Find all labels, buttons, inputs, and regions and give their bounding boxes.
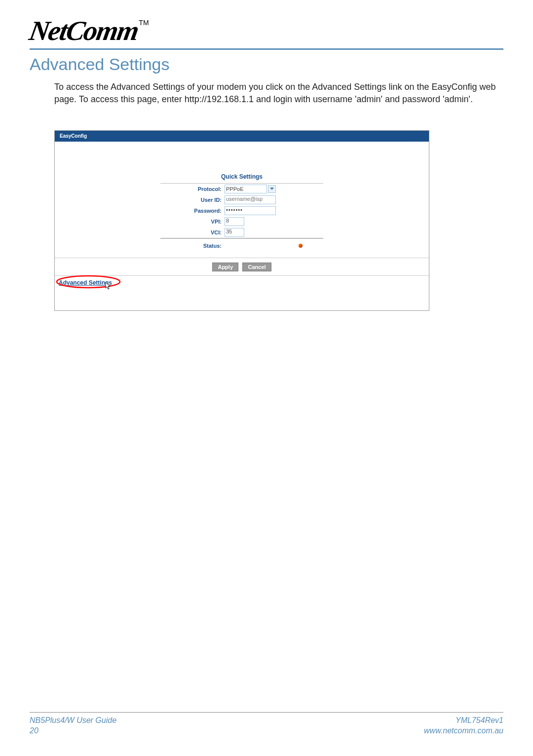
brand-logo: NetCommTM [30, 15, 503, 46]
status-row: Status: [160, 238, 323, 258]
logo-text: NetComm [27, 15, 141, 46]
page-title: Advanced Settings [30, 55, 503, 74]
footer-url: www.netcomm.com.au [424, 726, 503, 736]
password-label: Password: [160, 208, 225, 214]
easyconfig-screenshot: EasyConfig Quick Settings Protocol: PPPo… [54, 130, 429, 311]
form-actions: Apply Cancel [55, 258, 429, 275]
page-footer: NB5Plus4/W User Guide 20 YML754Rev1 www.… [30, 712, 503, 736]
protocol-label: Protocol: [160, 186, 225, 192]
vpi-label: VPI: [160, 219, 225, 225]
password-input[interactable]: ••••••• [225, 206, 276, 215]
userid-label: User ID: [160, 197, 225, 203]
protocol-select[interactable]: PPPoE [225, 185, 267, 193]
advanced-link-row: Advanced Settings [55, 275, 429, 290]
trademark-symbol: TM [139, 19, 149, 27]
userid-input[interactable]: username@isp [225, 195, 276, 204]
vpi-input[interactable]: 8 [225, 217, 244, 226]
chevron-down-icon[interactable] [268, 185, 276, 193]
intro-paragraph: To access the Advanced Settings of your … [54, 81, 503, 106]
panel-title: Quick Settings [55, 142, 429, 183]
header-divider [30, 48, 503, 50]
status-label: Status: [160, 243, 225, 249]
cancel-button[interactable]: Cancel [242, 263, 271, 271]
advanced-settings-link[interactable]: Advanced Settings [59, 279, 112, 286]
vci-label: VCI: [160, 229, 225, 235]
quick-settings-form: Protocol: PPPoE User ID: username@isp [160, 183, 323, 238]
apply-button[interactable]: Apply [212, 263, 238, 271]
vci-input[interactable]: 35 [225, 228, 244, 237]
footer-page-number: 20 [30, 726, 116, 736]
status-indicator-icon [299, 244, 303, 248]
tab-bar: EasyConfig [55, 131, 429, 142]
tab-easyconfig[interactable]: EasyConfig [55, 131, 92, 141]
footer-revision: YML754Rev1 [424, 716, 503, 726]
footer-guide-title: NB5Plus4/W User Guide [30, 716, 116, 726]
